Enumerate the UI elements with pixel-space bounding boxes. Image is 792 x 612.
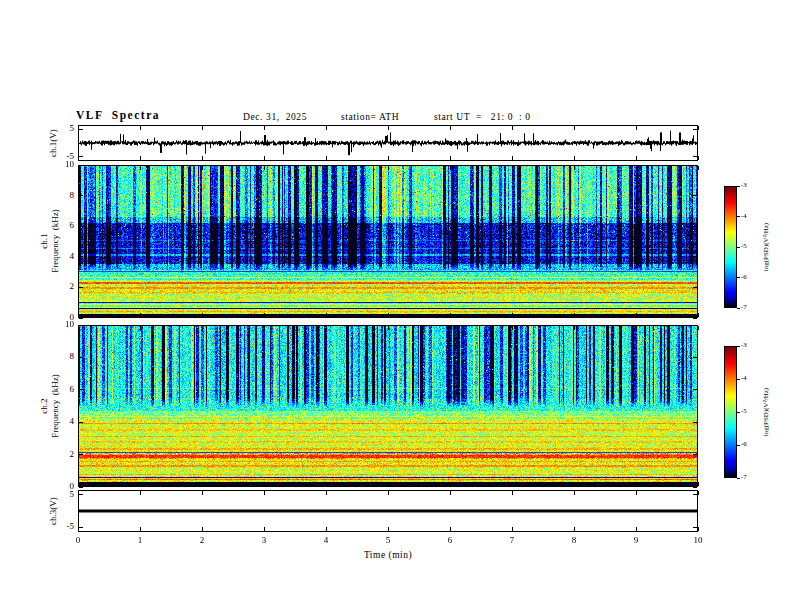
x-tick-mark	[388, 313, 389, 317]
x-tick-mark	[698, 527, 699, 531]
x-tick-mark	[636, 126, 637, 130]
y-tick-mark	[693, 318, 697, 319]
ch3-waveform-canvas	[79, 491, 697, 531]
x-tick-mark	[698, 126, 699, 130]
colorbar-tick-label: -7	[741, 474, 759, 481]
colorbar-tick-label: -7	[741, 304, 759, 311]
x-tick-label: 0	[66, 536, 90, 545]
x-tick-label: 5	[376, 536, 400, 545]
colorbar-tick-mark	[737, 308, 740, 309]
x-tick-mark	[574, 166, 575, 170]
y-tick-label: 8	[47, 352, 74, 361]
ch2-spectrogram-canvas	[79, 326, 697, 486]
x-tick-mark	[264, 156, 265, 160]
y-tick-label: 8	[47, 191, 74, 200]
x-tick-mark	[78, 166, 79, 170]
colorbar-tick-label: -3	[741, 342, 759, 349]
x-tick-mark	[512, 491, 513, 495]
x-tick-label: 9	[624, 536, 648, 545]
x-tick-mark	[140, 491, 141, 495]
x-tick-mark	[264, 491, 265, 495]
x-tick-mark	[326, 126, 327, 130]
x-tick-mark	[450, 313, 451, 317]
x-tick-mark	[326, 156, 327, 160]
x-tick-mark	[512, 156, 513, 160]
y-tick-mark	[79, 287, 83, 288]
colorbar-tick-label: -4	[741, 213, 759, 220]
y-tick-mark	[693, 195, 697, 196]
x-tick-mark	[202, 482, 203, 486]
y-tick-label: 2	[47, 282, 74, 291]
y-tick-label: -5	[47, 522, 74, 531]
x-tick-mark	[202, 126, 203, 130]
y-tick-mark	[79, 357, 83, 358]
y-tick-label: 10	[47, 320, 74, 329]
colorbar-tick-label: -5	[741, 408, 759, 415]
y-tick-mark	[693, 527, 697, 528]
x-tick-mark	[140, 482, 141, 486]
colorbar-tick-mark	[737, 277, 740, 278]
x-tick-mark	[388, 326, 389, 330]
x-tick-mark	[450, 126, 451, 130]
x-tick-mark	[78, 326, 79, 330]
y-tick-mark	[693, 494, 697, 495]
y-tick-mark	[693, 129, 697, 130]
x-tick-mark	[202, 326, 203, 330]
y-tick-mark	[79, 422, 83, 423]
x-tick-mark	[574, 491, 575, 495]
y-tick-mark	[79, 318, 83, 319]
plot-date: Dec. 31, 2025	[243, 113, 307, 123]
x-tick-mark	[264, 166, 265, 170]
y-tick-mark	[79, 487, 83, 488]
plot-station: station= ATH	[341, 113, 399, 123]
x-tick-label: 7	[500, 536, 524, 545]
vlf-spectra-figure: VLF Spectra Dec. 31, 2025 station= ATH s…	[0, 0, 792, 612]
x-tick-mark	[574, 156, 575, 160]
y-tick-label: 4	[47, 252, 74, 261]
y-tick-mark	[693, 422, 697, 423]
x-tick-mark	[698, 326, 699, 330]
x-tick-mark	[512, 527, 513, 531]
y-tick-label: 4	[47, 417, 74, 426]
x-tick-mark	[636, 166, 637, 170]
x-tick-label: 2	[190, 536, 214, 545]
x-tick-mark	[202, 156, 203, 160]
x-tick-mark	[636, 491, 637, 495]
x-tick-mark	[574, 326, 575, 330]
y-tick-mark	[79, 389, 83, 390]
colorbar-tick-mark	[737, 247, 740, 248]
x-tick-mark	[202, 313, 203, 317]
x-tick-label: 10	[686, 536, 710, 545]
x-tick-mark	[78, 527, 79, 531]
x-tick-mark	[264, 326, 265, 330]
x-tick-mark	[512, 166, 513, 170]
x-tick-mark	[326, 313, 327, 317]
x-tick-mark	[698, 482, 699, 486]
colorbar-tick-mark	[737, 445, 740, 446]
colorbar-ch2	[724, 346, 737, 478]
x-tick-label: 4	[314, 536, 338, 545]
ch2-spec-ylabel: ch.2 Frequency (kHz)	[39, 374, 62, 437]
x-tick-mark	[202, 491, 203, 495]
y-tick-mark	[693, 256, 697, 257]
colorbar-tick-mark	[737, 478, 740, 479]
colorbar-ch2-canvas	[725, 347, 736, 477]
ch1-spectrogram-canvas	[79, 166, 697, 317]
x-tick-label: 1	[128, 536, 152, 545]
x-tick-mark	[202, 166, 203, 170]
x-tick-mark	[264, 527, 265, 531]
y-tick-mark	[693, 226, 697, 227]
y-tick-mark	[79, 226, 83, 227]
x-tick-mark	[140, 313, 141, 317]
x-tick-mark	[636, 326, 637, 330]
x-tick-mark	[574, 482, 575, 486]
colorbar-tick-mark	[737, 186, 740, 187]
y-tick-label: 2	[47, 450, 74, 459]
x-tick-mark	[78, 156, 79, 160]
plot-title: VLF Spectra	[76, 110, 160, 122]
x-tick-mark	[78, 491, 79, 495]
x-tick-mark	[388, 166, 389, 170]
ch2-spectrogram-panel	[78, 325, 698, 487]
x-tick-mark	[388, 482, 389, 486]
y-tick-mark	[79, 454, 83, 455]
